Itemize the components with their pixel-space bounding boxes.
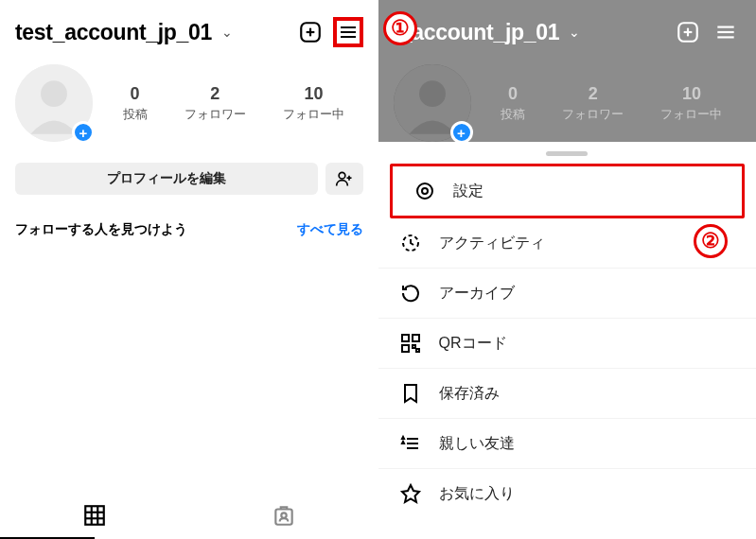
hamburger-menu-button-dimmed xyxy=(711,17,741,47)
callout-two: ② xyxy=(694,224,728,258)
followers-label: フォロワー xyxy=(185,106,246,123)
posts-count: 0 xyxy=(501,84,525,104)
profile-info-row: + 0 投稿 2 フォロワー 10 フォロー中 xyxy=(0,57,378,149)
following-count: 10 xyxy=(660,84,722,104)
posts-label: 投稿 xyxy=(501,106,525,123)
followers-label: フォロワー xyxy=(562,106,624,123)
svg-point-27 xyxy=(422,188,428,194)
close-friends-icon xyxy=(399,432,422,455)
menu-list: 設定 アクティビティ ② アーカイブ QRコード 保存済み xyxy=(378,164,757,518)
menu-label: 設定 xyxy=(453,182,483,201)
tab-tagged[interactable] xyxy=(189,492,378,539)
edit-profile-button[interactable]: プロフィールを編集 xyxy=(15,163,318,195)
posts-count: 0 xyxy=(123,84,148,104)
svg-point-7 xyxy=(41,80,67,107)
svg-point-17 xyxy=(281,513,286,517)
menu-label: アクティビティ xyxy=(439,234,545,253)
qr-icon xyxy=(399,332,422,355)
svg-point-25 xyxy=(419,80,446,107)
profile-screen: test_account_jp_01 ⌄ + 0 投稿 2 xyxy=(0,0,378,539)
svg-rect-33 xyxy=(416,349,419,352)
profile-tabs xyxy=(0,492,378,539)
posts-label: 投稿 xyxy=(123,106,148,123)
menu-item-favorites[interactable]: お気に入り xyxy=(378,469,757,518)
menu-item-close-friends[interactable]: 親しい友達 xyxy=(378,419,757,469)
followers-count: 2 xyxy=(562,84,624,104)
svg-rect-11 xyxy=(85,506,104,525)
svg-rect-29 xyxy=(402,335,409,341)
sheet-handle[interactable] xyxy=(546,151,588,156)
star-icon xyxy=(399,482,422,505)
svg-marker-39 xyxy=(402,485,419,502)
followers-count: 2 xyxy=(185,84,246,104)
bottom-sheet: 設定 アクティビティ ② アーカイブ QRコード 保存済み xyxy=(378,142,757,539)
menu-item-activity[interactable]: アクティビティ ② xyxy=(378,218,757,269)
menu-label: 親しい友達 xyxy=(439,434,515,454)
discover-title: フォローする人を見つけよう xyxy=(15,221,187,238)
add-story-icon[interactable]: + xyxy=(72,121,95,144)
chevron-down-icon: ⌄ xyxy=(569,25,580,40)
svg-point-8 xyxy=(339,172,345,179)
gear-icon xyxy=(413,180,436,202)
stats-dimmed: 0投稿 2フォロワー 10フォロー中 xyxy=(483,84,742,123)
callout-one: ① xyxy=(383,11,417,45)
menu-label: アーカイブ xyxy=(439,284,515,304)
menu-item-archive[interactable]: アーカイブ xyxy=(378,269,757,319)
avatar[interactable]: + xyxy=(15,64,93,142)
profile-info-row-dimmed: + 0投稿 2フォロワー 10フォロー中 xyxy=(378,57,757,149)
menu-item-saved[interactable]: 保存済み xyxy=(378,369,757,419)
create-button[interactable] xyxy=(295,17,325,47)
discover-section: フォローする人を見つけよう すべて見る xyxy=(0,204,378,248)
discover-people-button[interactable] xyxy=(325,163,363,195)
stat-posts[interactable]: 0 投稿 xyxy=(123,84,148,123)
svg-rect-31 xyxy=(402,345,409,352)
tab-grid[interactable] xyxy=(0,492,189,539)
following-label: フォロー中 xyxy=(283,106,344,123)
svg-rect-32 xyxy=(413,345,415,348)
stat-followers[interactable]: 2 フォロワー xyxy=(185,84,246,123)
svg-marker-37 xyxy=(402,437,404,439)
profile-actions: プロフィールを編集 xyxy=(0,149,378,204)
stat-following[interactable]: 10 フォロー中 xyxy=(283,84,344,123)
username-dimmed: t_account_jp_01 xyxy=(394,20,560,45)
menu-item-settings[interactable]: 設定 xyxy=(390,164,746,218)
activity-icon xyxy=(399,232,422,254)
see-all-link[interactable]: すべて見る xyxy=(297,221,363,238)
chevron-down-icon[interactable]: ⌄ xyxy=(221,25,233,40)
svg-marker-38 xyxy=(402,442,404,443)
svg-rect-30 xyxy=(413,335,419,341)
menu-item-qr[interactable]: QRコード xyxy=(378,319,757,369)
avatar-dimmed: + xyxy=(394,64,471,142)
bookmark-icon xyxy=(399,382,422,405)
profile-header: test_account_jp_01 ⌄ xyxy=(0,0,378,57)
menu-sheet-screen: t_account_jp_01 ⌄ + 0投稿 2フォロワー 10フォロー中 xyxy=(378,0,757,539)
create-button-dimmed xyxy=(673,17,703,47)
following-count: 10 xyxy=(283,84,344,104)
svg-point-26 xyxy=(417,183,432,199)
menu-label: お気に入り xyxy=(439,484,515,504)
menu-label: 保存済み xyxy=(439,384,500,404)
username[interactable]: test_account_jp_01 xyxy=(15,20,212,45)
archive-icon xyxy=(399,282,422,304)
hamburger-menu-button[interactable] xyxy=(333,17,363,47)
stats: 0 投稿 2 フォロワー 10 フォロー中 xyxy=(104,84,363,123)
following-label: フォロー中 xyxy=(660,106,722,123)
menu-label: QRコード xyxy=(439,334,507,354)
add-story-icon: + xyxy=(450,121,473,144)
profile-header-dimmed: t_account_jp_01 ⌄ xyxy=(378,0,757,57)
